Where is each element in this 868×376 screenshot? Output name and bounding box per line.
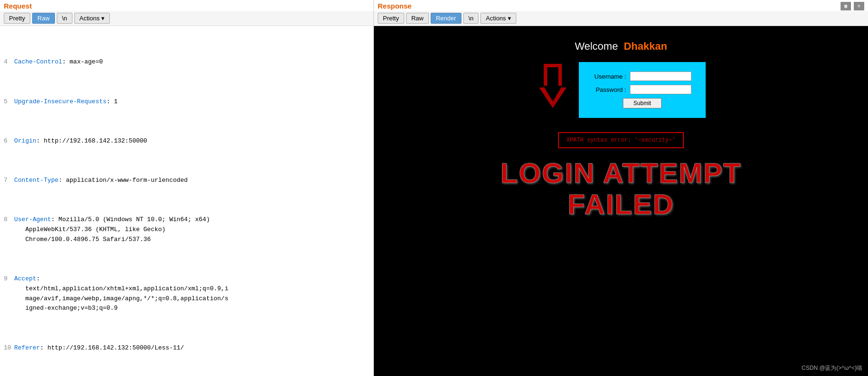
tab-render-response[interactable]: Render bbox=[431, 13, 461, 24]
tab-raw-response[interactable]: Raw bbox=[406, 13, 429, 24]
request-code-area[interactable]: 4 Cache-Control: max-age=0 5 Upgrade-Ins… bbox=[0, 26, 373, 376]
down-arrow-icon bbox=[536, 62, 569, 109]
response-toolbar: Pretty Raw Render \n Actions ▾ bbox=[374, 11, 868, 26]
response-panel: Response Pretty Raw Render \n Actions ▾ … bbox=[374, 0, 868, 376]
request-panel: Request Pretty Raw \n Actions ▾ 4 Cache-… bbox=[0, 0, 374, 376]
csdn-credit: CSDN @蓝为(>^ω^<)喵 bbox=[802, 364, 862, 372]
chevron-down-icon: ▾ bbox=[508, 15, 511, 22]
tab-pretty-request[interactable]: Pretty bbox=[4, 13, 30, 24]
request-line-9: 9 Accept: text/html,application/xhtml+xm… bbox=[4, 274, 370, 313]
login-failed-line1: LOGIN ATTEMPT bbox=[500, 158, 741, 189]
request-line-8: 8 User-Agent: Mozilla/5.0 (Windows NT 10… bbox=[4, 215, 370, 244]
request-line-4: 4 Cache-Control: max-age=0 bbox=[4, 57, 370, 67]
welcome-username: Dhakkan bbox=[624, 40, 667, 52]
username-input[interactable] bbox=[630, 72, 691, 81]
response-title: Response bbox=[374, 0, 868, 11]
tab-newline-response[interactable]: \n bbox=[463, 13, 479, 24]
login-area: Username : Password : Submit bbox=[536, 62, 706, 118]
top-right-icons: ▦ ≡ bbox=[841, 2, 864, 10]
request-toolbar: Pretty Raw \n Actions ▾ bbox=[0, 11, 373, 26]
welcome-text: Welcome Dhakkan bbox=[575, 40, 667, 53]
arrow-container bbox=[536, 62, 569, 109]
request-line-6: 6 Origin: http://192.168.142.132:50000 bbox=[4, 136, 370, 146]
chevron-down-icon: ▾ bbox=[101, 15, 105, 22]
password-input[interactable] bbox=[630, 85, 691, 94]
username-row: Username : bbox=[593, 72, 691, 81]
username-label: Username : bbox=[593, 73, 626, 80]
login-failed-line2: FAILED bbox=[500, 189, 741, 220]
error-message: XPATH syntax error: '~security~' bbox=[567, 137, 675, 143]
request-line-10: 10 Referer: http://192.168.142.132:50000… bbox=[4, 343, 370, 353]
actions-button-request[interactable]: Actions ▾ bbox=[74, 13, 110, 24]
response-render-area: Welcome Dhakkan bbox=[374, 26, 868, 376]
request-line-7: 7 Content-Type: application/x-www-form-u… bbox=[4, 176, 370, 186]
login-form: Username : Password : Submit bbox=[579, 62, 706, 118]
request-title: Request bbox=[0, 0, 373, 11]
actions-button-response[interactable]: Actions ▾ bbox=[480, 13, 516, 24]
submit-row: Submit bbox=[593, 98, 691, 108]
submit-button[interactable]: Submit bbox=[623, 98, 661, 108]
grid-icon[interactable]: ▦ bbox=[841, 2, 851, 10]
login-failed-text: LOGIN ATTEMPT FAILED bbox=[500, 158, 741, 220]
error-box: XPATH syntax error: '~security~' bbox=[558, 132, 684, 148]
password-label: Password : bbox=[593, 86, 626, 93]
password-row: Password : bbox=[593, 85, 691, 94]
request-line-5: 5 Upgrade-Insecure-Requests: 1 bbox=[4, 97, 370, 107]
tab-raw-request[interactable]: Raw bbox=[32, 13, 55, 24]
menu-icon[interactable]: ≡ bbox=[854, 2, 864, 10]
tab-newline-request[interactable]: \n bbox=[57, 13, 72, 24]
tab-pretty-response[interactable]: Pretty bbox=[378, 13, 404, 24]
